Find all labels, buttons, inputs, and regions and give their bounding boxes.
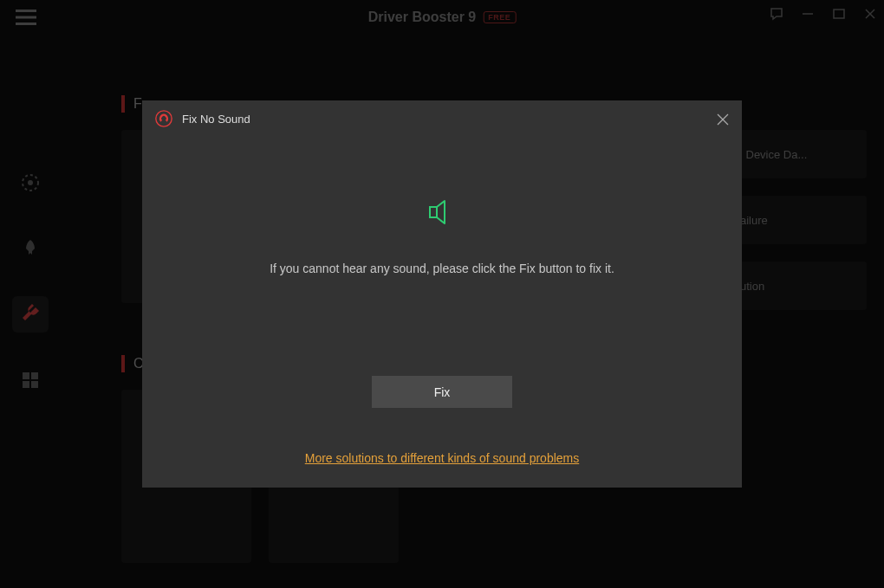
modal-message: If you cannot hear any sound, please cli… <box>270 262 614 275</box>
close-icon <box>716 113 730 126</box>
modal-title: Fix No Sound <box>182 113 250 126</box>
modal-close-button[interactable] <box>716 113 730 126</box>
svg-point-13 <box>156 111 172 126</box>
app-logo-icon <box>154 109 173 128</box>
fix-button[interactable]: Fix <box>372 376 512 408</box>
more-solutions-link[interactable]: More solutions to different kinds of sou… <box>305 451 579 465</box>
svg-rect-16 <box>430 207 437 217</box>
speaker-icon <box>427 197 457 227</box>
fix-no-sound-modal: Fix No Sound If you cannot hear any soun… <box>142 100 742 488</box>
modal-body: If you cannot hear any sound, please cli… <box>142 137 742 465</box>
modal-header: Fix No Sound <box>142 100 742 137</box>
